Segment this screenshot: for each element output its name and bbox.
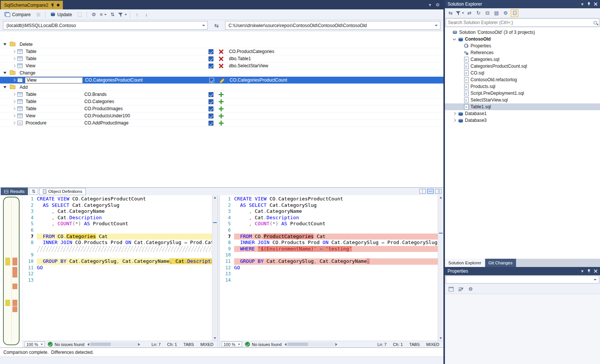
tab-list-chevron-icon[interactable]: ▾: [429, 2, 431, 8]
tree-item[interactable]: Table1.sql: [445, 103, 600, 110]
horizontal-scrollbar[interactable]: [87, 342, 140, 347]
alphabetical-sort-icon[interactable]: [457, 285, 464, 293]
include-checkbox[interactable]: [206, 92, 215, 97]
compare-row[interactable]: Viewdbo.SelectStarView: [0, 62, 443, 70]
close-icon[interactable]: [594, 270, 597, 273]
tree-item[interactable]: Solution 'ContosoOld' (3 of 3 projects): [445, 29, 600, 36]
compare-group-row[interactable]: Add: [0, 84, 443, 91]
compare-group-row[interactable]: Delete: [0, 41, 443, 48]
tree-expander-icon[interactable]: [452, 118, 457, 123]
window-menu-chevron-icon[interactable]: ▾: [581, 268, 583, 274]
filter-icon[interactable]: [456, 9, 464, 17]
tree-item[interactable]: References: [445, 49, 600, 56]
window-menu-chevron-icon[interactable]: ▾: [581, 2, 583, 7]
update-button[interactable]: Update: [49, 11, 74, 18]
row-chevron-icon[interactable]: [0, 58, 17, 60]
row-chevron-icon[interactable]: [0, 50, 17, 53]
tree-item[interactable]: Database3: [445, 117, 600, 124]
compare-row[interactable]: TableCO.ProductCategories: [0, 48, 443, 55]
tab-git-changes[interactable]: Git Changes: [485, 259, 516, 267]
scroll-left-icon[interactable]: [87, 343, 89, 346]
compare-row[interactable]: TableCO.Brands: [0, 91, 443, 98]
compare-row[interactable]: ViewCO.ProductsUnder100: [0, 112, 443, 120]
group-expanded-chevron-icon[interactable]: [0, 43, 10, 46]
filter-funnel-icon[interactable]: [118, 11, 127, 18]
swap-source-target-button[interactable]: ⇆: [211, 21, 222, 30]
tree-item[interactable]: Database1: [445, 110, 600, 117]
schema-compare-tab[interactable]: SqlSchemaCompare2: [1, 1, 63, 9]
tree-item[interactable]: Properties: [445, 42, 600, 49]
search-input[interactable]: [448, 20, 592, 25]
include-checkbox[interactable]: [207, 78, 216, 83]
target-scrollbar[interactable]: [438, 195, 443, 341]
pin-icon[interactable]: [51, 3, 54, 8]
sync-active-document-icon[interactable]: ⇄: [466, 9, 473, 17]
layout-split-horizontal-icon[interactable]: [435, 189, 442, 194]
scroll-left-icon[interactable]: [285, 343, 286, 346]
include-checkbox[interactable]: [206, 121, 215, 126]
scroll-thumb[interactable]: [288, 343, 308, 346]
target-combo[interactable]: C:\Users\drskwier\source\repos\ContosoOl…: [225, 21, 440, 30]
sort-toggle-icon[interactable]: ⇅: [29, 188, 38, 195]
compare-row[interactable]: Tabledbo.Table1: [0, 55, 443, 62]
properties-gear-icon[interactable]: ⚙: [502, 9, 509, 17]
categorized-icon[interactable]: [447, 285, 455, 293]
scroll-thumb[interactable]: [90, 343, 111, 346]
group-expanded-chevron-icon[interactable]: [0, 86, 10, 88]
horizontal-scrollbar[interactable]: [285, 342, 337, 347]
compare-button[interactable]: Compare: [2, 11, 33, 18]
include-checkbox[interactable]: [206, 49, 215, 54]
row-chevron-icon[interactable]: [0, 79, 17, 81]
object-definitions-tab[interactable]: Object Definitions: [39, 188, 86, 195]
source-scrollbar[interactable]: [212, 195, 218, 341]
view-filter-icon[interactable]: ≡: [99, 11, 107, 18]
compare-group-row[interactable]: Change: [0, 70, 443, 77]
generate-script-icon[interactable]: [76, 11, 84, 18]
switch-views-icon[interactable]: ⇆: [447, 9, 454, 17]
collapse-all-icon[interactable]: ⊟: [484, 9, 491, 17]
group-expanded-chevron-icon[interactable]: [0, 72, 10, 74]
tab-solution-explorer[interactable]: Solution Explorer: [445, 259, 485, 267]
layout-single-icon[interactable]: [419, 189, 426, 194]
source-combo[interactable]: (localdb)\MSSQLLocalDB.Contoso: [3, 21, 208, 30]
close-icon[interactable]: [594, 3, 597, 6]
include-checkbox[interactable]: [206, 64, 215, 68]
diff-overview[interactable]: [0, 195, 23, 347]
row-chevron-icon[interactable]: [0, 93, 17, 96]
tree-item[interactable]: ContosoOld: [445, 36, 600, 42]
target-code[interactable]: 1CREATE VIEW CO.CategoriesProductCount2 …: [220, 195, 438, 341]
next-difference-icon[interactable]: ↓: [143, 11, 150, 18]
row-chevron-icon[interactable]: [0, 65, 17, 67]
tree-expander-icon[interactable]: [452, 37, 457, 41]
row-chevron-icon[interactable]: [0, 108, 17, 110]
refresh-icon[interactable]: ↻: [475, 9, 482, 17]
source-code[interactable]: 1CREATE VIEW CO.CategoriesProductCount2 …: [23, 195, 212, 341]
row-chevron-icon[interactable]: [0, 100, 17, 103]
diff-overview-capsule[interactable]: [3, 197, 20, 345]
search-icon[interactable]: [594, 21, 597, 24]
tree-item[interactable]: ContosoOld.refactorlog: [445, 76, 600, 83]
tree-item[interactable]: Script.PreDeployment1.sql: [445, 90, 600, 97]
zoom-select[interactable]: 100 %: [222, 341, 242, 347]
pin-icon[interactable]: [587, 2, 590, 6]
tree-item[interactable]: Categories.sql: [445, 56, 600, 63]
sort-results-icon[interactable]: ⇅: [109, 11, 116, 18]
options-gear-icon[interactable]: ⚙: [90, 11, 97, 18]
include-checkbox[interactable]: [206, 114, 215, 118]
tree-item[interactable]: CO.sql: [445, 70, 600, 76]
property-pages-gear-icon[interactable]: ⚙: [467, 285, 474, 293]
layout-split-vertical-icon[interactable]: [427, 189, 434, 194]
compare-row[interactable]: TableCO.Categories: [0, 98, 443, 105]
compare-row[interactable]: TableCO.ProductImages: [0, 105, 443, 112]
compare-row[interactable]: ViewCO.CategoriesProductCountCO.Categori…: [0, 77, 443, 84]
compare-row[interactable]: ProcedureCO.AddProductImage: [0, 120, 443, 127]
zoom-select[interactable]: 100 %: [24, 341, 45, 347]
row-chevron-icon[interactable]: [0, 122, 17, 124]
include-checkbox[interactable]: [206, 56, 215, 61]
preview-selected-items-icon[interactable]: [511, 9, 518, 17]
include-checkbox[interactable]: [206, 99, 215, 104]
pin-icon[interactable]: [587, 269, 590, 273]
scroll-right-icon[interactable]: [138, 343, 140, 346]
include-checkbox[interactable]: [206, 106, 215, 111]
tree-item[interactable]: CategoriesProductCount.sql: [445, 63, 600, 70]
